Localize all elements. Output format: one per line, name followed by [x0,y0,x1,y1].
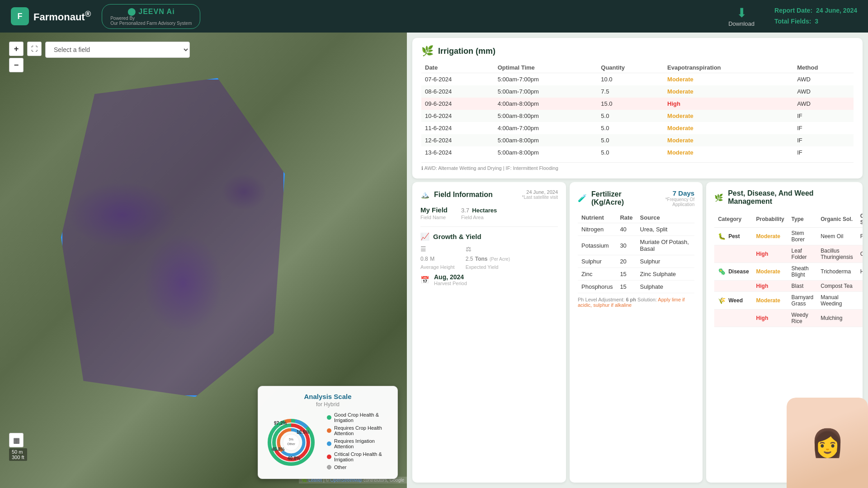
fertilizer-section: 🧪 Fertilizer (Kg/Acre) 7 Days *Frequency… [570,182,703,483]
pest-row: 🦠Disease Moderate Sheath Blight Trichode… [714,263,863,281]
fert-col-nutrient: Nutrient [578,212,616,223]
scale-feet: 300 ft [12,455,24,460]
analysis-popup: Analysis Scale for Hybrid [258,386,398,479]
irr-evap: High [664,98,793,110]
field-area-value: 3.7 Hectares [461,206,497,214]
fert-nutrient: Nitrogen [578,223,616,236]
logo: F Farmonaut® [11,7,91,25]
total-fields-label: Total Fields: [774,18,811,25]
fert-rate: 40 [616,223,636,236]
pest-category: 🐛Pest [714,228,752,245]
pest-col-category: Category [714,211,752,228]
irr-qty: 5.0 [597,122,664,134]
pest-col-type: Type [788,211,817,228]
fertilizer-title: Fertilizer (Kg/Acre) [591,190,648,206]
irr-col-method: Method [793,62,854,73]
legend-dot-other [327,465,331,469]
fert-header-row: Nutrient Rate Source [578,212,694,223]
scale-meters: 50 m [12,449,24,455]
field-overlay [61,78,285,397]
download-button[interactable]: ⬇ Download [728,5,755,27]
irr-qty: 15.0 [597,98,664,110]
irr-evap: Moderate [664,85,793,98]
zoom-out-button[interactable]: − [9,58,24,72]
fert-ph-value: 6 ph [626,297,636,302]
irr-note-icon: ℹ [421,165,423,171]
logo-sup: ® [85,9,91,19]
map-container[interactable]: + − ⛶ ▦ Select a field 50 m 300 ft 🌿 Lea… [0,33,407,488]
legend-label-irr: Requires Irrigation Attention [334,438,389,449]
pest-chemical [857,281,863,292]
field-info-date: 24 June, 2024 *Last satellite visit [522,189,558,200]
irr-qty: 10.0 [597,73,664,86]
fert-row: Sulphur 20 Sulphur [578,255,694,268]
fert-source: Muriate Of Potash, Basal [637,236,695,255]
pest-type: Leaf Folder [788,245,817,263]
pct-105: 10.5% [297,430,309,435]
irr-method: IF [793,146,854,159]
irrigation-title: Irrigation (mm) [438,47,495,56]
fert-source: Sulphate [637,281,695,293]
irr-date: 07-6-2024 [421,73,494,86]
fullscreen-button[interactable]: ⛶ [27,42,42,56]
irr-method: AWD [793,85,854,98]
height-value: 0.8 M [420,254,455,263]
height-icon: ☰ [420,245,455,253]
pest-category: 🦠Disease [714,263,752,281]
irr-evap: Moderate [664,110,793,122]
fert-rate: 20 [616,255,636,268]
pest-organic: Mulching [817,310,856,327]
zoom-in-button[interactable]: + [9,42,24,56]
growth-title: Growth & Yield [433,233,481,240]
irrigation-row: 10-6-2024 5:00am-8:00pm 5.0 Moderate IF [421,110,854,122]
harvest-month: Aug, 2024 [434,273,467,281]
legend-item-irr: Requires Irrigation Attention [327,438,389,449]
pest-organic: Bacillus Thuringiensis [817,245,856,263]
irr-time: 5:00am-8:00pm [494,134,598,146]
svg-text:5%: 5% [289,438,293,441]
pest-table: Category Probability Type Organic Sol. C… [714,211,863,327]
fertilizer-title-row: 🧪 Fertilizer (Kg/Acre) [578,190,648,206]
irr-method: IF [793,122,854,134]
pest-organic: Manual Weeding [817,292,856,310]
fert-nutrient: Phosphorus [578,281,616,293]
fert-nutrient: Sulphur [578,255,616,268]
field-area-num: 3.7 [461,207,469,214]
irr-evap: Moderate [664,146,793,159]
irrigation-header-row: Date Optimal Time Quantity Evapotranspir… [421,62,854,73]
pest-probability: High [753,245,788,263]
layers-button[interactable]: ▦ [9,433,24,447]
map-section: + − ⛶ ▦ Select a field 50 m 300 ft 🌿 Lea… [0,33,407,488]
irr-note-text: AWD: Alternate Wetting and Drying | IF: … [424,165,558,171]
legend-dot-irr [327,441,331,446]
pest-icon: 🌿 [714,193,723,202]
irr-time: 5:00am-8:00pm [494,146,598,159]
logo-icon: F [11,7,29,25]
pest-type: Barnyard Grass [788,292,817,310]
harvest-label: Harvest Period [434,281,467,286]
height-unit: M [430,256,434,262]
height-label: Average Height [420,264,455,270]
fert-ph-label: Ph Level Adjustment: [578,297,624,302]
field-info-icon: 🏔️ [420,190,429,199]
height-num: 0.8 [420,256,428,262]
download-icon: ⬇ [736,5,747,20]
irr-method: IF [793,110,854,122]
legend-item-good: Good Crop Health & Irrigation [327,412,389,423]
report-date-value: 24 June, 2024 [816,7,857,14]
legend-label-other: Other [334,465,347,470]
fert-solution-label: Solution: [637,297,657,302]
field-select-dropdown[interactable]: Select a field [45,42,190,58]
jeevn-powered: Powered By Our Personalized Farm Advisor… [110,16,192,26]
pest-probability: Moderate [753,292,788,310]
growth-icon: 📈 [420,232,429,241]
analysis-subtitle: for Hybrid [266,401,389,408]
pest-chemical: Fipro... [857,228,863,245]
pest-header-row: Category Probability Type Organic Sol. C… [714,211,863,228]
pest-organic: Neem Oil [817,228,856,245]
irrigation-table: Date Optimal Time Quantity Evapotranspir… [421,62,854,159]
fert-nutrient: Potassium [578,236,616,255]
pest-header: 🌿 Pest, Disease, And Weed Management [714,189,854,206]
map-scale: 50 m 300 ft [9,448,27,461]
fert-row: Potassium 30 Muriate Of Potash, Basal [578,236,694,255]
